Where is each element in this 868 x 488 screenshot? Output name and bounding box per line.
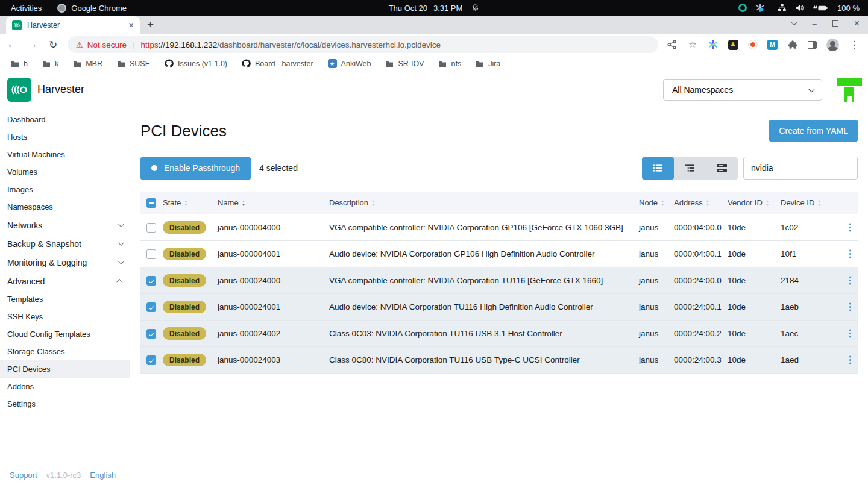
create-from-yaml-button[interactable]: Create from YAML [769,120,858,142]
side-panel-icon[interactable] [808,41,817,49]
sidebar-item-namespaces[interactable]: Namespaces [0,198,130,216]
status-badge: Disabled [163,301,206,313]
language-link[interactable]: English [90,471,116,480]
column-header-description[interactable]: Description▲▼ [329,198,639,207]
sidebar-item-images[interactable]: Images [0,181,130,198]
browser-menu-kebab-icon[interactable]: ⋮ [849,39,860,50]
tree-view-icon [685,164,694,172]
cell-description: Audio device: NVIDIA Corporation TU116 H… [329,302,639,311]
harvester-logo[interactable] [7,78,31,102]
extensions-puzzle-icon[interactable] [787,39,798,50]
cell-vendor-id: 10de [728,355,781,364]
bookmark-ankiweb[interactable]: ★AnkiWeb [328,59,371,68]
column-header-node[interactable]: Node▲▼ [639,198,674,207]
sidebar-item-volumes[interactable]: Volumes [0,163,130,181]
sidebar-item-settings[interactable]: Settings [0,395,130,413]
sidebar-item-pci-devices[interactable]: PCI Devices [0,360,130,378]
support-link[interactable]: Support [10,471,37,480]
bookmark-folder-jira[interactable]: Jira [476,60,500,68]
column-header-vendor-id[interactable]: Vendor ID▲▼ [728,198,781,207]
bookmark-star-icon[interactable]: ☆ [687,39,698,50]
cell-vendor-id: 10de [728,249,781,258]
window-close-button[interactable]: × [854,18,860,29]
row-checkbox[interactable] [146,302,156,312]
network-icon[interactable] [777,4,787,12]
back-button[interactable]: ← [6,39,18,51]
sidebar-item-cloud-config-templates[interactable]: Cloud Config Templates [0,325,130,343]
rancher-logo[interactable] [837,77,862,102]
extension-m-icon[interactable]: M [767,40,778,50]
column-header-state[interactable]: State▲▼ [163,198,218,207]
url-divider: | [133,40,135,49]
not-secure-label: Not secure [87,40,127,49]
column-header-address[interactable]: Address▲▼ [674,198,728,207]
bookmark-folder-suse[interactable]: SUSE [117,60,150,68]
extension-circle-icon[interactable] [748,40,758,49]
sidebar-item-dashboard[interactable]: Dashboard [0,111,130,128]
tray-app-ring-icon[interactable] [738,4,747,12]
clock[interactable]: Thu Oct 20 3:31 PM [389,4,480,13]
sidebar-item-ssh-keys[interactable]: SSH Keys [0,308,130,325]
bookmark-folder-sriov[interactable]: SR-IOV [385,60,424,68]
cell-name: janus-000024000 [218,276,329,285]
extension-colorful-asterisk-icon[interactable] [708,39,719,50]
bookmark-board-harvester[interactable]: Board · harvester [242,59,313,68]
list-view-button[interactable] [642,157,674,180]
bookmark-folder-k[interactable]: k [42,60,58,68]
row-actions-kebab-icon[interactable] [849,359,851,361]
tab-search-chevron-icon[interactable] [791,20,797,26]
window-restore-button[interactable] [832,20,838,27]
system-tray[interactable]: 100 % [738,3,868,13]
row-checkbox[interactable] [146,249,156,259]
sidebar-item-templates[interactable]: Templates [0,290,130,308]
forward-button[interactable]: → [27,39,39,51]
bookmark-folder-mbr[interactable]: MBR [73,60,102,68]
volume-icon[interactable] [795,4,805,12]
select-all-checkbox[interactable] [146,198,156,208]
bookmark-folder-h[interactable]: h [11,60,28,68]
row-checkbox[interactable] [146,355,156,365]
reload-button[interactable]: ↻ [47,39,59,51]
extension-dark-icon[interactable] [728,40,738,50]
row-actions-kebab-icon[interactable] [849,306,851,308]
cell-vendor-id: 10de [728,223,781,232]
row-actions-kebab-icon[interactable] [849,227,851,228]
tray-snowflake-icon[interactable] [755,3,765,13]
sidebar-item-hosts[interactable]: Hosts [0,128,130,146]
tree-view-button[interactable] [674,157,706,180]
focused-app-indicator[interactable]: Google Chrome [57,4,127,13]
bookmarks-bar: h k MBR SUSE Issues (v1.1.0) Board · har… [0,55,868,72]
row-checkbox[interactable] [146,223,156,233]
search-input[interactable] [743,157,858,180]
column-header-device-id[interactable]: Device ID▲▼ [781,198,840,207]
sidebar-group-networks[interactable]: Networks [0,216,130,234]
row-checkbox[interactable] [146,329,156,339]
not-secure-warning-icon[interactable]: ⚠ [76,40,83,49]
column-header-name[interactable]: Name▲▼ [218,198,329,207]
row-actions-kebab-icon[interactable] [849,333,851,334]
new-tab-button[interactable]: + [147,18,154,31]
sidebar-group-advanced[interactable]: Advanced [0,272,130,290]
activities-button[interactable]: Activities [11,4,42,13]
bookmark-folder-nfs[interactable]: nfs [438,60,461,68]
row-actions-kebab-icon[interactable] [849,253,851,255]
profile-avatar[interactable] [826,39,839,51]
enable-passthrough-button[interactable]: Enable Passthrough [140,157,251,180]
namespace-filter-select[interactable]: All Namespaces [663,79,822,101]
browser-tab-harvester[interactable]: Harvester × [6,16,140,34]
app-header: Harvester All Namespaces [0,72,868,107]
share-icon[interactable] [667,39,678,50]
sidebar-item-addons[interactable]: Addons [0,378,130,395]
sidebar-item-storage-classes[interactable]: Storage Classes [0,343,130,360]
grouped-view-button[interactable] [706,157,738,180]
tab-close-icon[interactable]: × [128,20,134,30]
sidebar-group-backup-snapshot[interactable]: Backup & Snapshot [0,234,130,253]
window-minimize-button[interactable]: – [812,19,816,28]
row-checkbox[interactable] [146,276,156,286]
row-actions-kebab-icon[interactable] [849,280,851,281]
bookmark-issues[interactable]: Issues (v1.1.0) [165,59,227,68]
battery-charging-icon[interactable] [813,4,829,12]
sidebar-item-virtual-machines[interactable]: Virtual Machines [0,146,130,163]
sidebar-group-monitoring-logging[interactable]: Monitoring & Logging [0,253,130,272]
address-bar[interactable]: ⚠ Not secure | https://192.168.1.232/das… [68,36,658,53]
